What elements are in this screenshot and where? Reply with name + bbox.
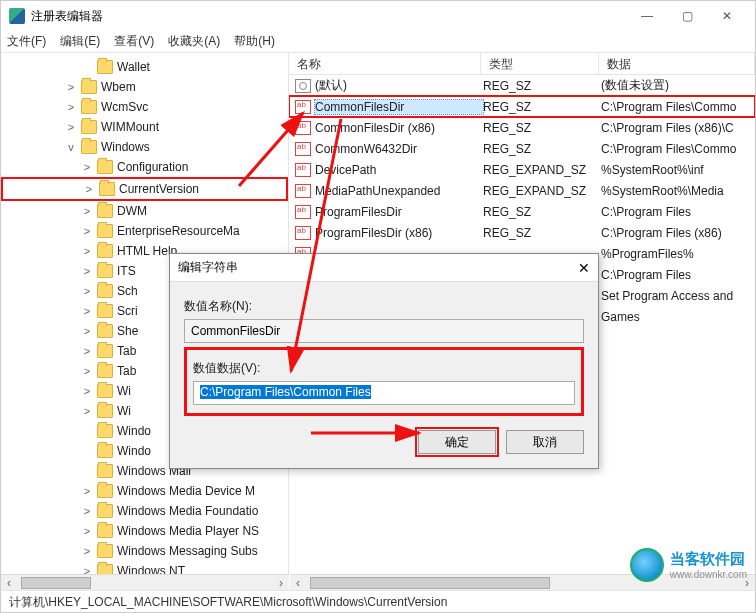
tree-item[interactable]: >Windows Media Foundatio <box>1 501 288 521</box>
tree-label: Windows Media Foundatio <box>117 504 258 518</box>
string-value-icon <box>295 100 311 114</box>
string-value-icon <box>295 163 311 177</box>
tree-item[interactable]: >WIMMount <box>1 117 288 137</box>
tree-label: Windows Media Player NS <box>117 524 259 538</box>
string-value-icon <box>295 226 311 240</box>
expand-icon[interactable]: > <box>81 405 93 417</box>
list-row[interactable]: ProgramFilesDir (x86)REG_SZC:\Program Fi… <box>289 222 755 243</box>
dialog-close-icon[interactable]: ✕ <box>578 260 590 276</box>
col-name[interactable]: 名称 <box>289 53 481 74</box>
folder-icon <box>97 324 113 338</box>
tree-item[interactable]: Wallet <box>1 57 288 77</box>
ok-button[interactable]: 确定 <box>418 430 496 454</box>
menu-view[interactable]: 查看(V) <box>114 33 154 50</box>
value-data: Games <box>601 310 755 324</box>
titlebar: 注册表编辑器 — ▢ ✕ <box>1 1 755 31</box>
tree-label: Wi <box>117 404 131 418</box>
value-data: %SystemRoot%\Media <box>601 184 755 198</box>
close-button[interactable]: ✕ <box>707 2 747 30</box>
tree-label: Scri <box>117 304 138 318</box>
col-data[interactable]: 数据 <box>599 53 755 74</box>
value-data: C:\Program Files (x86) <box>601 226 755 240</box>
scroll-right-icon[interactable]: › <box>273 576 289 590</box>
value-type: REG_SZ <box>483 121 601 135</box>
value-type: REG_EXPAND_SZ <box>483 184 601 198</box>
list-row[interactable]: CommonW6432DirREG_SZC:\Program Files\Com… <box>289 138 755 159</box>
tree-item[interactable]: >EnterpriseResourceMa <box>1 221 288 241</box>
scroll-thumb[interactable] <box>310 577 550 589</box>
dialog-titlebar[interactable]: 编辑字符串 ✕ <box>170 254 598 282</box>
expand-icon[interactable]: > <box>65 81 77 93</box>
menu-file[interactable]: 文件(F) <box>7 33 46 50</box>
tree-item[interactable]: >Windows Media Device M <box>1 481 288 501</box>
value-data-input[interactable]: C:\Program Files\Common Files <box>193 381 575 405</box>
tree-label: WcmSvc <box>101 100 148 114</box>
folder-icon <box>97 224 113 238</box>
tree-item[interactable]: >Windows Messaging Subs <box>1 541 288 561</box>
value-type: REG_SZ <box>483 205 601 219</box>
menu-help[interactable]: 帮助(H) <box>234 33 275 50</box>
expand-icon[interactable]: > <box>81 485 93 497</box>
tree-item[interactable]: >Windows Media Player NS <box>1 521 288 541</box>
tree-label: Wi <box>117 384 131 398</box>
dialog-title: 编辑字符串 <box>178 259 238 276</box>
expand-icon[interactable]: > <box>81 365 93 377</box>
tree-item[interactable]: >DWM <box>1 201 288 221</box>
folder-icon <box>97 284 113 298</box>
expand-icon[interactable]: > <box>81 285 93 297</box>
folder-icon <box>97 484 113 498</box>
menu-edit[interactable]: 编辑(E) <box>60 33 100 50</box>
expand-icon[interactable]: > <box>81 245 93 257</box>
scroll-left-icon[interactable]: ‹ <box>1 576 17 590</box>
list-row[interactable]: DevicePathREG_EXPAND_SZ%SystemRoot%\inf <box>289 159 755 180</box>
value-data-label: 数值数据(V): <box>193 360 575 377</box>
expand-icon[interactable]: > <box>83 183 95 195</box>
list-row[interactable]: CommonFilesDir (x86)REG_SZC:\Program Fil… <box>289 117 755 138</box>
folder-icon <box>99 182 115 196</box>
menu-favorites[interactable]: 收藏夹(A) <box>168 33 220 50</box>
value-name: CommonW6432Dir <box>315 142 483 156</box>
expand-icon[interactable]: > <box>81 325 93 337</box>
value-name: CommonFilesDir (x86) <box>315 121 483 135</box>
value-name-input[interactable] <box>184 319 584 343</box>
expand-icon[interactable]: v <box>65 141 77 153</box>
minimize-button[interactable]: — <box>627 2 667 30</box>
list-row[interactable]: ProgramFilesDirREG_SZC:\Program Files <box>289 201 755 222</box>
col-type[interactable]: 类型 <box>481 53 599 74</box>
list-row[interactable]: MediaPathUnexpandedREG_EXPAND_SZ%SystemR… <box>289 180 755 201</box>
tree-label: Tab <box>117 364 136 378</box>
watermark: 当客软件园 www.downkr.com <box>630 548 747 582</box>
expand-icon[interactable]: > <box>81 385 93 397</box>
tree-item[interactable]: >Configuration <box>1 157 288 177</box>
maximize-button[interactable]: ▢ <box>667 2 707 30</box>
tree-label: Wallet <box>117 60 150 74</box>
folder-icon <box>97 204 113 218</box>
string-value-icon <box>295 79 311 93</box>
scroll-thumb[interactable] <box>21 577 91 589</box>
expand-icon[interactable]: > <box>81 505 93 517</box>
expand-icon[interactable]: > <box>81 161 93 173</box>
expand-icon[interactable]: > <box>81 225 93 237</box>
tree-item[interactable]: >Wbem <box>1 77 288 97</box>
edit-string-dialog: 编辑字符串 ✕ 数值名称(N): 数值数据(V): C:\Program Fil… <box>169 253 599 469</box>
list-row[interactable]: CommonFilesDirREG_SZC:\Program Files\Com… <box>289 96 755 117</box>
expand-icon[interactable]: > <box>65 101 77 113</box>
expand-icon[interactable]: > <box>65 121 77 133</box>
cancel-button[interactable]: 取消 <box>506 430 584 454</box>
expand-icon[interactable]: > <box>81 525 93 537</box>
expand-icon[interactable]: > <box>81 205 93 217</box>
scroll-left-icon[interactable]: ‹ <box>290 576 306 590</box>
tree-item[interactable]: >WcmSvc <box>1 97 288 117</box>
tree-scrollbar[interactable]: ‹ › <box>1 574 289 590</box>
value-name: DevicePath <box>315 163 483 177</box>
expand-icon[interactable]: > <box>81 345 93 357</box>
expand-icon[interactable]: > <box>81 265 93 277</box>
tree-item[interactable]: >CurrentVersion <box>1 177 288 201</box>
tree-label: Windo <box>117 424 151 438</box>
folder-icon <box>97 364 113 378</box>
list-row[interactable]: (默认)REG_SZ(数值未设置) <box>289 75 755 96</box>
expand-icon[interactable]: > <box>81 545 93 557</box>
expand-icon[interactable]: > <box>81 305 93 317</box>
folder-icon <box>81 140 97 154</box>
tree-item[interactable]: vWindows <box>1 137 288 157</box>
